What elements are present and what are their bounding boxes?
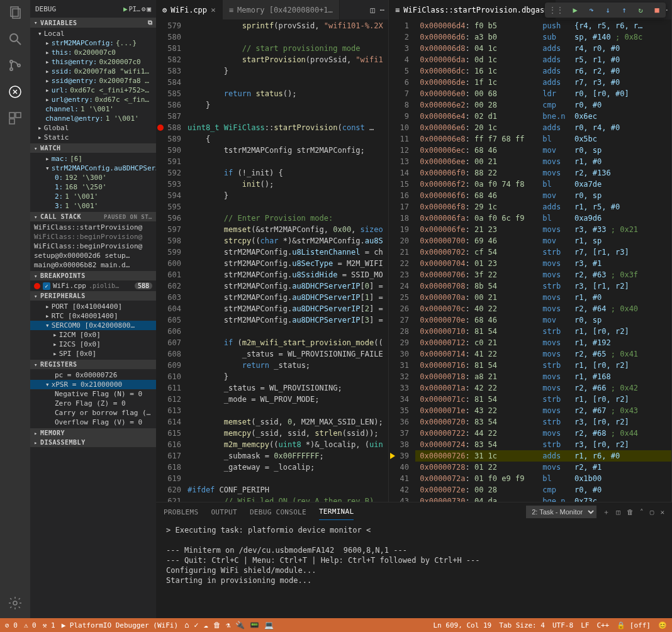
disasm-line[interactable]: 0x00000726: 31 1c adds r1, r6, #0 (415, 450, 671, 462)
code-line[interactable]: sprintf(provSsid, "wifi101-%.2X%… (188, 20, 383, 31)
status-icon[interactable]: 🗑 (213, 621, 221, 629)
editor-tab[interactable]: ⚙WiFi.cpp× (156, 0, 223, 19)
debug-icon[interactable] (8, 84, 23, 99)
breakpoints-section[interactable]: ▾BREAKPOINTS (30, 271, 156, 280)
peripheral-item[interactable]: ▸ I2CS [0x0] (30, 340, 156, 349)
status-item[interactable]: Ln 609, Col 19 (433, 621, 491, 629)
disasm-line[interactable]: 0x000006f6: 68 46 mov r0, sp (415, 190, 671, 201)
variable-item[interactable]: channel: 1 '\001' (30, 104, 156, 114)
code-line[interactable]: uint8_t WiFiClass::startProvision(const … (188, 122, 383, 133)
code-line[interactable]: strM2MAPConfig.au8DHCPServerIP[3] = 1… (188, 314, 383, 326)
disasm-line[interactable]: 0x00000730: 04 da bge.n 0x73c (415, 496, 671, 502)
code-line[interactable] (188, 326, 383, 337)
watch-item[interactable]: 1: 168 '\250' (30, 182, 156, 192)
terminal-selector[interactable]: 2: Task - Monitor (526, 506, 596, 518)
status-icon[interactable]: ⚗ (226, 621, 230, 629)
code-line[interactable]: strM2MAPConfig.au8DHCPServerIP[0] = 1… (188, 280, 383, 292)
status-icon[interactable]: ✓ (194, 621, 198, 629)
code-line[interactable]: // Enter Provision mode: (188, 213, 383, 224)
status-item[interactable]: Tab Size: 4 (499, 621, 545, 629)
status-item[interactable]: ⚠ 0 (24, 621, 36, 629)
status-icon[interactable]: 🔌 (235, 621, 245, 629)
variable-item[interactable]: channel@entry: 1 '\001' (30, 114, 156, 123)
code-line[interactable]: { (188, 133, 383, 145)
disasm-line[interactable]: 0x00000724: 83 54 strb r3, [r0, r2] (415, 439, 671, 450)
toggle-panel-icon[interactable]: ▢ (650, 508, 654, 516)
register-item[interactable]: Overflow Flag (V) = 0 (30, 418, 156, 427)
registers-section[interactable]: ▾REGISTERS (30, 360, 156, 369)
code-line[interactable]: strM2MAPConfig.u8ListenChannel = chan… (188, 247, 383, 258)
extensions-icon[interactable] (8, 111, 23, 126)
watch-item[interactable]: 2: 1 '\001' (30, 192, 156, 201)
variable-item[interactable]: ▸ strM2MAPConfig: {...} (30, 38, 156, 48)
start-debug-icon[interactable]: ▶ (123, 5, 128, 13)
close-icon[interactable]: × (211, 5, 216, 14)
register-item[interactable]: Carry or borrow flag (… (30, 408, 156, 418)
callstack-frame[interactable]: setup@0x000002d6 setup… (30, 251, 156, 260)
split-editor-icon[interactable]: ◫ (371, 6, 375, 14)
disasm-line[interactable]: 0x000006e4: 02 d1 bne.n 0x6ec (415, 111, 671, 122)
step-out-icon[interactable]: ↑ (619, 5, 629, 15)
status-item[interactable]: 😊 (658, 621, 667, 629)
status-item[interactable]: LF (581, 621, 589, 629)
code-line[interactable]: if (m2m_wifi_start_provision_mode((ts… (188, 337, 383, 348)
code-line[interactable]: } (188, 65, 383, 77)
disasm-line[interactable]: 0x000006da: 0d 1c adds r5, r1, #0 (415, 54, 671, 65)
breakpoint-glyph-icon[interactable] (157, 125, 164, 131)
disasm-line[interactable]: 0x0000070a: 00 21 movs r1, #0 (415, 292, 671, 303)
collapse-icon[interactable]: ⧉ (148, 19, 153, 26)
editor-tab[interactable]: ≡Memory [0x42000800+1… (223, 0, 340, 19)
peripheral-item[interactable]: ▸ PORT [0x41004400] (30, 302, 156, 311)
disasm-line[interactable]: 0x000006e0: 00 68 ldr r0, [r0, #0] (415, 88, 671, 99)
disasm-line[interactable]: 0x00000700: 69 46 mov r1, sp (415, 235, 671, 247)
disasm-line[interactable]: 0x000006e2: 00 28 cmp r0, #0 (415, 99, 671, 111)
disasm-line[interactable]: 0x00000710: 81 54 strb r1, [r0, r2] (415, 326, 671, 337)
disasm-line[interactable]: 0x000006f8: 29 1c adds r1, r5, #0 (415, 201, 671, 213)
code-line[interactable]: _status = WL_PROVISIONING; (188, 382, 383, 394)
code-line[interactable]: // start provisioning mode (188, 43, 383, 54)
code-line[interactable] (188, 31, 383, 43)
debug-config-name[interactable]: PI… (129, 6, 140, 13)
disasm-line[interactable]: 0x0000070e: 68 46 mov r0, sp (415, 314, 671, 326)
disasm-line[interactable]: 0x000006ee: 00 21 movs r1, #0 (415, 156, 671, 167)
status-item[interactable]: 🔒 [off] (617, 621, 651, 629)
panel-tab[interactable]: DEBUG CONSOLE (250, 504, 306, 520)
code-line[interactable]: init(); (188, 179, 383, 190)
console-icon[interactable]: ▣ (147, 5, 151, 13)
breakpoint-checkbox[interactable]: ✓ (43, 282, 50, 290)
more-icon[interactable]: ⋯ (380, 6, 384, 14)
disasm-line[interactable]: 0x00000708: 8b 54 strb r3, [r1, r2] (415, 280, 671, 292)
watch-item[interactable]: 3: 1 '\001' (30, 201, 156, 211)
disasm-line[interactable]: 0x0000072e: 00 28 cmp r0, #0 (415, 484, 671, 496)
variable-item[interactable]: ▸ url@entry: 0xd67c <_fin… (30, 95, 156, 104)
peripherals-section[interactable]: ▾PERIPHERALS (30, 291, 156, 301)
disasm-line[interactable]: 0x00000714: 41 22 movs r2, #65 ; 0x41 (415, 348, 671, 360)
code-line[interactable]: tstrM2MAPConfig strM2MAPConfig; (188, 145, 383, 156)
disasm-line[interactable]: 0x000006ec: 68 46 mov r0, sp (415, 145, 671, 156)
callstack-frame[interactable]: WiFiClass::beginProvision@ (30, 241, 156, 251)
disasm-line[interactable]: 0x000006d8: 04 1c adds r4, r0, #0 (415, 43, 671, 54)
search-icon[interactable] (8, 31, 23, 47)
status-icon[interactable]: ⌂ (184, 621, 189, 629)
scope-global[interactable]: ▸Global (30, 123, 156, 133)
new-terminal-icon[interactable]: ＋ (603, 507, 610, 517)
disasm-line[interactable]: 0x000006e8: ff f7 68 ff bl 0x5bc (415, 133, 671, 145)
restart-icon[interactable]: ↻ (636, 5, 646, 15)
status-item[interactable]: ⚒ 1 (43, 621, 55, 629)
register-item[interactable]: ▾ xPSR = 0x21000000 (30, 380, 156, 389)
stop-icon[interactable]: ■ (652, 5, 662, 15)
step-over-icon[interactable]: ↷ (586, 5, 596, 15)
code-line[interactable]: _submask = 0x00FFFFFF; (188, 450, 383, 462)
gear-icon[interactable]: ⚙ (142, 5, 146, 13)
code-line[interactable]: strcpy((char *)&strM2MAPConfig.au8SSI… (188, 235, 383, 247)
code-line[interactable]: _mode = WL_PROV_MODE; (188, 394, 383, 405)
code-line[interactable]: // WiFi led ON (rev A then rev B). (188, 496, 383, 502)
code-line[interactable] (188, 111, 383, 122)
code-line[interactable]: return _status; (188, 360, 383, 371)
disasm-line[interactable]: 0x000006e6: 20 1c adds r0, r4, #0 (415, 122, 671, 133)
panel-tab[interactable]: TERMINAL (319, 504, 354, 520)
variable-item[interactable]: ▸ this@entry: 0x200007c0 (30, 57, 156, 67)
disasm-line[interactable]: 0x00000702: cf 54 strb r7, [r1, r3] (415, 247, 671, 258)
disasm-line[interactable]: 0x000006fe: 21 23 movs r3, #33 ; 0x21 (415, 224, 671, 235)
disasm-line[interactable]: 0x00000722: 44 22 movs r2, #68 ; 0x44 (415, 428, 671, 439)
